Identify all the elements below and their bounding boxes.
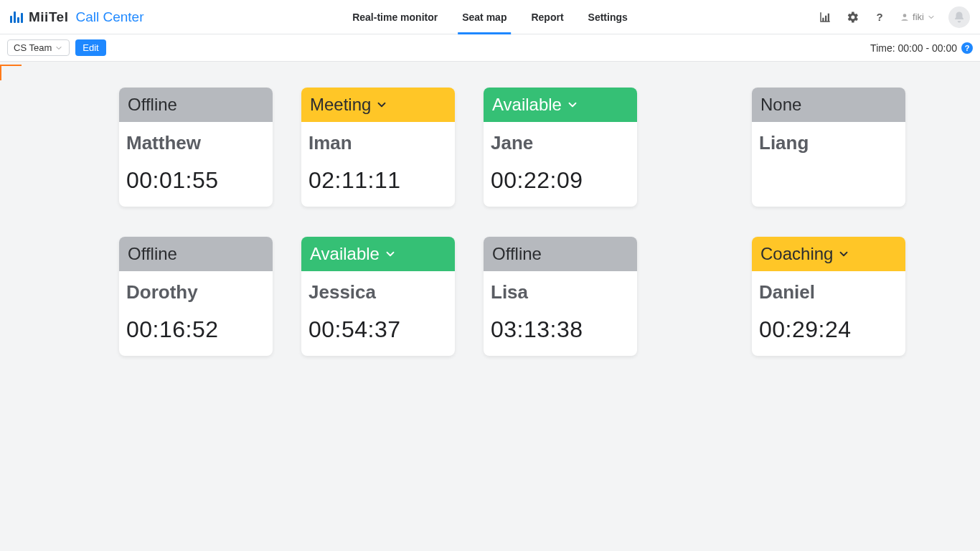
seat-body: Dorothy00:16:52 [119, 271, 273, 356]
seat-card[interactable]: OfflineDorothy00:16:52 [119, 237, 273, 356]
agent-timer: 00:16:52 [126, 316, 265, 343]
chevron-down-icon [927, 13, 936, 22]
seat-status-header[interactable]: Coaching [752, 237, 905, 271]
agent-timer: 02:11:11 [308, 167, 448, 194]
gear-icon[interactable] [845, 10, 859, 24]
agent-name: Daniel [759, 281, 898, 303]
seat-body: Daniel00:29:24 [752, 271, 905, 356]
nav-settings[interactable]: Settings [588, 0, 628, 34]
seat-status-label: Offline [128, 244, 177, 264]
seat-status-label: Available [310, 244, 380, 264]
brand-name: MiiTel [29, 9, 68, 25]
seat-body: Jessica00:54:37 [301, 271, 455, 356]
brand[interactable]: MiiTel Call Center [10, 9, 143, 25]
help-icon[interactable]: ? [872, 10, 887, 24]
seat-card[interactable]: AvailableJane00:22:09 [484, 88, 637, 207]
agent-timer: 00:54:37 [308, 316, 448, 343]
brand-product: Call Center [75, 9, 143, 25]
seat-status-label: Meeting [310, 95, 371, 115]
edit-button[interactable]: Edit [75, 39, 105, 56]
agent-timer: 03:13:38 [491, 316, 630, 343]
agent-timer: 00:01:55 [126, 167, 265, 194]
seat-body: Lisa03:13:38 [484, 271, 637, 356]
seat-status-label: Offline [128, 95, 177, 115]
seat-body: Jane00:22:09 [484, 122, 637, 207]
agent-name: Matthew [126, 132, 265, 154]
seat-grid: OfflineMatthew00:01:55MeetingIman02:11:1… [6, 62, 980, 356]
seat-status-header: None [752, 88, 905, 122]
seat-status-header[interactable]: Meeting [301, 88, 455, 122]
seat-body: Matthew00:01:55 [119, 122, 273, 207]
nav-seatmap[interactable]: Seat map [462, 0, 507, 34]
chevron-down-icon [55, 44, 63, 52]
seat-card[interactable]: CoachingDaniel00:29:24 [752, 237, 905, 356]
seat-status-label: Available [492, 95, 562, 115]
seat-status-label: Offline [492, 244, 542, 264]
agent-name: Iman [308, 132, 448, 154]
seat-card[interactable]: OfflineMatthew00:01:55 [119, 88, 273, 207]
nav-report[interactable]: Report [531, 0, 563, 34]
seat-card[interactable]: MeetingIman02:11:11 [301, 88, 455, 207]
seat-status-header: Offline [119, 237, 273, 271]
seat-status-header[interactable]: Available [301, 237, 455, 271]
sub-bar: CS Team Edit Time: 00:00 - 00:00 ? [0, 34, 980, 62]
user-menu[interactable]: fiki [900, 11, 936, 22]
agent-name: Jessica [308, 281, 448, 303]
agent-timer: 00:22:09 [491, 167, 630, 194]
nav-right: ? fiki [818, 6, 970, 28]
chevron-down-icon [384, 248, 397, 260]
chevron-down-icon [837, 248, 850, 260]
team-select[interactable]: CS Team [7, 39, 70, 56]
svg-text:?: ? [877, 11, 883, 23]
chevron-down-icon [566, 98, 579, 111]
team-select-label: CS Team [14, 42, 52, 53]
chevron-down-icon [375, 98, 388, 111]
time-help-icon[interactable]: ? [961, 42, 973, 54]
seat-card[interactable]: AvailableJessica00:54:37 [301, 237, 455, 356]
agent-name: Lisa [491, 281, 630, 303]
seat-card[interactable]: NoneLiang [752, 88, 905, 207]
seat-status-label: None [760, 95, 801, 115]
user-name: fiki [913, 11, 924, 22]
analytics-icon[interactable] [818, 10, 832, 24]
agent-timer: 00:29:24 [759, 316, 898, 343]
seat-status-header[interactable]: Available [484, 88, 637, 122]
seat-status-header: Offline [484, 237, 637, 271]
agent-name: Liang [759, 132, 898, 154]
seat-status-header: Offline [119, 88, 273, 122]
selection-marker-icon [0, 65, 22, 80]
notifications-icon[interactable] [948, 6, 970, 28]
agent-name: Jane [491, 132, 630, 154]
seat-status-label: Coaching [760, 244, 833, 264]
agent-name: Dorothy [126, 281, 265, 303]
seat-body: Liang [752, 122, 905, 180]
seat-board: OfflineMatthew00:01:55MeetingIman02:11:1… [0, 62, 980, 356]
user-icon [900, 12, 910, 22]
top-nav: MiiTel Call Center Real-time monitor Sea… [0, 0, 980, 34]
nav-realtime[interactable]: Real-time monitor [352, 0, 438, 34]
seat-body: Iman02:11:11 [301, 122, 455, 207]
seat-card[interactable]: OfflineLisa03:13:38 [484, 237, 637, 356]
nav-tabs: Real-time monitor Seat map Report Settin… [352, 0, 628, 34]
time-range-label: Time: 00:00 - 00:00 [870, 42, 957, 54]
brand-logo-icon [10, 11, 23, 23]
svg-point-1 [903, 14, 907, 17]
